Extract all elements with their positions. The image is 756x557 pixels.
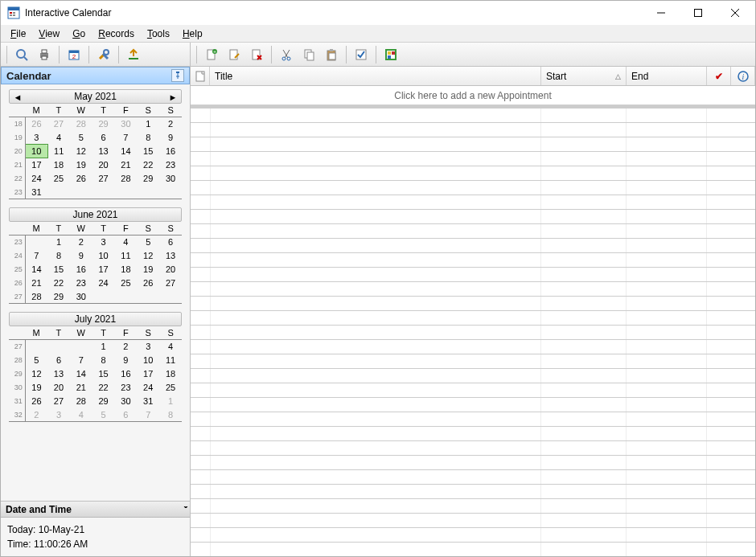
print-button[interactable]: [34, 44, 55, 65]
delete-record-button[interactable]: [246, 44, 267, 65]
menu-go[interactable]: Go: [66, 27, 92, 41]
calendar-day[interactable]: 13: [92, 145, 115, 158]
calendar-day[interactable]: 7: [114, 131, 137, 145]
calendar-day[interactable]: 4: [159, 340, 182, 354]
calendar-day[interactable]: 4: [47, 131, 70, 145]
calendar-day[interactable]: 6: [92, 131, 115, 145]
calendar-day[interactable]: 9: [70, 249, 92, 263]
calendar-day[interactable]: 6: [159, 235, 182, 249]
calendar-day[interactable]: 20: [92, 158, 115, 172]
calendar-day[interactable]: 10: [137, 354, 159, 367]
calendar-day[interactable]: 30: [114, 395, 137, 408]
menu-file[interactable]: File: [4, 27, 32, 41]
calendar-day[interactable]: 2: [114, 340, 137, 354]
maximize-button[interactable]: [680, 1, 717, 25]
copy-button[interactable]: [298, 44, 319, 65]
calendar-day[interactable]: 9: [114, 354, 137, 367]
calendar-day[interactable]: 7: [70, 354, 92, 367]
calendar-day[interactable]: 4: [70, 408, 92, 422]
calendar-day[interactable]: 14: [114, 145, 137, 158]
column-info[interactable]: i: [731, 67, 755, 85]
calendar-day[interactable]: 11: [114, 249, 137, 263]
date-time-header[interactable]: Date and Time ˇˇ: [1, 502, 190, 518]
calendar-day[interactable]: 8: [92, 354, 115, 367]
calendar-day[interactable]: 13: [159, 249, 182, 263]
calendar-day[interactable]: 29: [92, 117, 115, 131]
calendar-day[interactable]: 8: [47, 249, 70, 263]
calendar-day[interactable]: 2: [25, 408, 47, 422]
calendar-day[interactable]: 29: [92, 395, 115, 408]
calendar-day[interactable]: 6: [114, 408, 137, 422]
column-icon[interactable]: [191, 67, 210, 85]
calendar-day[interactable]: 3: [137, 340, 159, 354]
calendar-day[interactable]: 14: [70, 367, 92, 381]
calendar-day[interactable]: 21: [25, 276, 47, 290]
calendar-day[interactable]: 17: [137, 367, 159, 381]
calendar-day[interactable]: 31: [137, 395, 159, 408]
appointment-grid[interactable]: [191, 105, 755, 556]
calendar-day[interactable]: 19: [25, 381, 47, 395]
calendar-day[interactable]: 28: [70, 395, 92, 408]
calendar-day[interactable]: 25: [47, 172, 70, 186]
calendar-day[interactable]: 5: [92, 408, 115, 422]
calendar-day[interactable]: 30: [70, 290, 92, 304]
minimize-button[interactable]: [643, 1, 680, 25]
calendar-day[interactable]: 19: [137, 263, 159, 276]
calendar-day[interactable]: 1: [159, 395, 182, 408]
calendar-day[interactable]: 1: [92, 340, 115, 354]
calendar-day[interactable]: 8: [159, 408, 182, 422]
search-button[interactable]: [11, 44, 32, 65]
pin-button[interactable]: [171, 69, 184, 82]
calendar-day[interactable]: 5: [25, 354, 47, 367]
calendar-day[interactable]: 7: [137, 408, 159, 422]
categories-button[interactable]: [380, 44, 401, 65]
calendar-day[interactable]: 26: [25, 117, 47, 131]
calendar-day[interactable]: 27: [159, 276, 182, 290]
month-header[interactable]: June 2021: [9, 207, 182, 222]
calendar-day[interactable]: 14: [25, 263, 47, 276]
calendar-day[interactable]: 31: [25, 186, 47, 199]
calendar-day[interactable]: 10: [92, 249, 115, 263]
calendar-day[interactable]: 29: [137, 172, 159, 186]
calendar-day[interactable]: 26: [137, 276, 159, 290]
calendar-day[interactable]: 22: [137, 158, 159, 172]
calendar-day[interactable]: 23: [159, 158, 182, 172]
calendar-day[interactable]: 3: [47, 408, 70, 422]
calendar-day[interactable]: 22: [47, 276, 70, 290]
calendar-day[interactable]: 23: [70, 276, 92, 290]
calendar-day[interactable]: 2: [70, 235, 92, 249]
calendar-day[interactable]: 6: [47, 354, 70, 367]
month-header[interactable]: July 2021: [9, 312, 182, 326]
calendar-day[interactable]: 22: [92, 381, 115, 395]
column-title[interactable]: Title: [210, 67, 541, 85]
calendar-day[interactable]: 16: [70, 263, 92, 276]
calendar-day[interactable]: 27: [47, 117, 70, 131]
menu-records[interactable]: Records: [92, 27, 141, 41]
calendar-day[interactable]: 9: [159, 131, 182, 145]
calendar-day[interactable]: 19: [70, 158, 92, 172]
calendar-day[interactable]: 1: [47, 235, 70, 249]
calendar-day[interactable]: 11: [159, 354, 182, 367]
calendar-day[interactable]: 15: [137, 145, 159, 158]
calendar-day[interactable]: 16: [114, 367, 137, 381]
calendar-day[interactable]: 18: [114, 263, 137, 276]
calendar-day-today[interactable]: 10: [25, 145, 47, 158]
calendar-day[interactable]: 12: [70, 145, 92, 158]
next-month-button[interactable]: ►: [166, 91, 179, 104]
calendar-day[interactable]: 27: [92, 172, 115, 186]
calendar-day[interactable]: 20: [159, 263, 182, 276]
new-record-button[interactable]: +: [201, 44, 222, 65]
edit-record-button[interactable]: [224, 44, 244, 65]
calendar-day[interactable]: 30: [114, 117, 137, 131]
calendar-day[interactable]: 5: [137, 235, 159, 249]
calendar-months[interactable]: ◄May 2021►MTWTFSS18262728293012193456789…: [1, 84, 190, 501]
calendar-day[interactable]: 12: [137, 249, 159, 263]
calendar-day[interactable]: 24: [92, 276, 115, 290]
calendar-day[interactable]: 26: [25, 395, 47, 408]
calendar-day[interactable]: 3: [92, 235, 115, 249]
calendar-day[interactable]: 15: [92, 367, 115, 381]
calendar-day[interactable]: 27: [47, 395, 70, 408]
calendar-day[interactable]: 25: [159, 381, 182, 395]
calendar-day[interactable]: 2: [159, 117, 182, 131]
paste-button[interactable]: [321, 44, 342, 65]
